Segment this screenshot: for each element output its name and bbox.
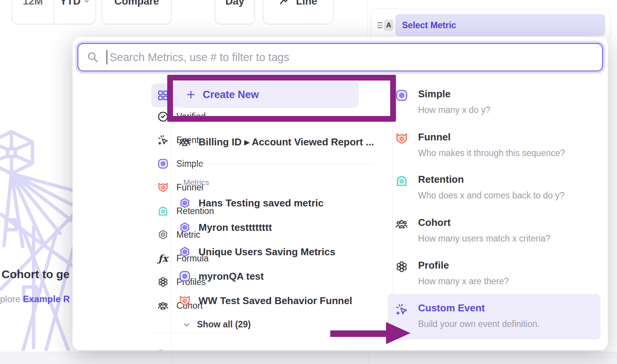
caret-down-icon xyxy=(84,0,90,4)
type-title: Retention xyxy=(418,174,565,185)
search-input[interactable] xyxy=(109,51,602,64)
text-cursor xyxy=(107,50,107,64)
empty-state-text: plore xyxy=(0,294,23,304)
tag-icon xyxy=(157,349,169,350)
metric-item-label: WW Test Saved Behavior Funnel xyxy=(199,295,352,307)
metric-item-label: myronQA test xyxy=(199,271,264,282)
formula-icon: ƒx xyxy=(157,253,169,264)
cohort-people-icon xyxy=(395,217,408,230)
create-new-label: Create New xyxy=(203,89,259,101)
granularity-button[interactable]: Day xyxy=(215,0,255,24)
sidebar-item-label: Simple xyxy=(176,159,203,169)
funnel-icon xyxy=(179,295,191,307)
metric-hexagon-icon xyxy=(179,221,191,234)
chevron-down-icon xyxy=(183,321,191,329)
funnel-icon xyxy=(157,182,169,193)
type-title: Custom Event xyxy=(418,302,539,314)
section-divider xyxy=(174,164,374,164)
metric-item-label: Unique Users Saving Metrics xyxy=(199,246,335,258)
empty-state-subline: plore Example R xyxy=(0,294,73,304)
simple-metric-icon xyxy=(157,158,169,169)
type-description: How many x do y? xyxy=(418,105,490,115)
profiles-flower-icon xyxy=(157,276,169,288)
recent-item-label: Billing ID ▸ Account Viewed Report ... xyxy=(199,136,374,148)
type-description: Who makes it through this sequence? xyxy=(418,148,565,158)
type-description: How many users match x criteria? xyxy=(418,234,550,244)
show-all-label: Show all (29) xyxy=(197,319,251,330)
range-12m-button[interactable]: 12M xyxy=(12,0,53,24)
metric-list-item[interactable]: Myron testttttttt xyxy=(179,220,272,235)
metric-list-item[interactable]: Unique Users Saving Metrics xyxy=(179,244,335,259)
funnel-icon xyxy=(395,132,408,145)
metric-list-item[interactable]: myronQA test xyxy=(179,269,264,284)
sidebar-item-simple[interactable]: Simple xyxy=(151,153,240,175)
metric-hexagon-icon xyxy=(179,246,191,258)
type-description: Build your own event definition. xyxy=(418,319,539,329)
type-retention[interactable]: Retention Who does x and comes back to d… xyxy=(388,168,601,201)
panel-divider xyxy=(368,352,369,364)
range-ytd-button[interactable]: YTD xyxy=(54,0,95,24)
sidebar-divider xyxy=(153,333,238,333)
empty-state-headline: Cohort to ge xyxy=(2,268,73,281)
metric-list-item[interactable]: Hans Testing saved metric xyxy=(179,195,324,211)
line-chart-icon xyxy=(279,0,291,7)
grid-icon xyxy=(157,90,169,101)
drag-handle-icon[interactable] xyxy=(377,22,383,28)
create-new-button[interactable]: Create New xyxy=(177,81,359,108)
compare-button[interactable]: Compare xyxy=(102,0,172,24)
type-profile[interactable]: Profile How many x are there? xyxy=(388,253,601,287)
metric-item-label: Hans Testing saved metric xyxy=(199,197,324,209)
compare-label: Compare xyxy=(114,0,159,7)
type-title: Funnel xyxy=(418,131,565,143)
metric-hexagon-icon xyxy=(179,197,191,209)
type-custom-event[interactable]: Custom Event Build your own event defini… xyxy=(388,294,601,340)
search-bar[interactable] xyxy=(78,43,603,71)
metric-row-badge: A xyxy=(384,19,394,31)
range-ytd-label: YTD xyxy=(60,0,81,7)
recent-item[interactable]: Billing ID ▸ Account Viewed Report ... xyxy=(179,134,374,150)
panel-divider xyxy=(367,0,368,37)
show-all-button[interactable]: Show all (29) xyxy=(183,319,251,330)
event-cursor-icon xyxy=(157,134,169,146)
example-reports-link[interactable]: Example R xyxy=(23,294,70,304)
cohort-people-icon xyxy=(157,300,169,311)
sidebar-item-overflow[interactable]: T xyxy=(151,344,240,350)
search-icon xyxy=(87,51,99,63)
retention-icon xyxy=(157,205,169,217)
panel-divider xyxy=(172,352,172,364)
chart-type-label: Line xyxy=(296,0,317,7)
type-description: Who does x and comes back to do y? xyxy=(418,190,565,201)
metric-picker-modal: All Verified Event Simple Funnel Retenti… xyxy=(73,37,608,350)
cohort-people-icon xyxy=(179,136,191,148)
metrics-header: Metrics xyxy=(183,178,209,187)
empty-state-illustration xyxy=(0,126,74,351)
date-range-control[interactable]: 12M YTD xyxy=(11,0,96,24)
simple-metric-icon xyxy=(179,270,191,282)
verified-seal-icon xyxy=(157,111,169,122)
metric-item-label: Myron testttttttt xyxy=(199,222,272,234)
metric-hexagon-icon xyxy=(157,229,169,240)
plus-icon xyxy=(186,90,196,100)
custom-event-icon xyxy=(395,303,408,316)
granularity-label: Day xyxy=(225,0,244,7)
app-canvas: 12M YTD Compare Day Line A Select Metric… xyxy=(0,0,617,364)
type-cohort[interactable]: Cohort How many users match x criteria? xyxy=(388,211,601,244)
metric-list-item[interactable]: WW Test Saved Behavior Funnel xyxy=(179,293,352,308)
type-title: Profile xyxy=(418,259,509,271)
type-title: Simple xyxy=(418,88,490,100)
profiles-flower-icon xyxy=(395,260,408,273)
type-description: How many x are there? xyxy=(418,276,509,287)
recents-header: Recents xyxy=(181,114,211,123)
bottom-panel-strip xyxy=(0,352,617,364)
select-metric-label: Select Metric xyxy=(402,20,456,31)
simple-metric-icon xyxy=(395,89,408,102)
type-funnel[interactable]: Funnel Who makes it through this sequenc… xyxy=(388,125,601,158)
select-metric-chip[interactable]: Select Metric xyxy=(395,14,605,36)
type-simple[interactable]: Simple How many x do y? xyxy=(388,82,601,115)
retention-icon xyxy=(395,174,408,187)
type-title: Cohort xyxy=(418,217,550,229)
sidebar-item-label: T xyxy=(176,350,182,351)
chart-type-button[interactable]: Line xyxy=(263,0,334,24)
